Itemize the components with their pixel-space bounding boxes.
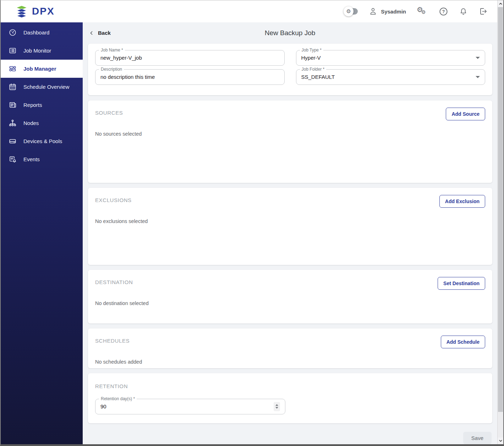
job-info-card: Job Name * Job Type * Hyper-V Descriptio… — [88, 44, 492, 95]
add-schedule-button[interactable]: Add Schedule — [441, 336, 485, 348]
add-source-button[interactable]: Add Source — [446, 108, 485, 120]
job-name-field[interactable]: Job Name * — [95, 50, 285, 66]
job-manager-blocks-icon — [8, 65, 17, 73]
user-name: Sysadmin — [381, 9, 406, 15]
save-row: Save — [83, 432, 497, 444]
job-folder-label: Job Folder * — [300, 67, 327, 72]
save-button[interactable]: Save — [463, 432, 492, 444]
logout-icon[interactable] — [478, 7, 488, 16]
number-stepper[interactable] — [274, 402, 280, 411]
scrollbar-thumb[interactable] — [498, 7, 503, 412]
schedules-card: SCHEDULES Add Schedule No schedules adde… — [88, 328, 492, 368]
job-name-input[interactable] — [100, 55, 279, 61]
scroll-up-chevron-icon — [499, 2, 503, 6]
sidebar-item-label: Nodes — [23, 120, 39, 126]
top-bar: DPX ⚙ Sysadmin ⚙ ⚙ ? — [1, 0, 503, 22]
retention-card: RETENTION Retention day(s) * — [88, 373, 492, 423]
exclusions-empty-text: No exclusions selected — [95, 218, 492, 224]
description-input[interactable] — [100, 74, 279, 80]
chevron-left-icon — [89, 30, 94, 36]
sidebar-item-label: Devices & Pools — [23, 138, 62, 144]
stepper-up-icon[interactable] — [275, 404, 278, 406]
hard-drive-icon — [8, 137, 17, 146]
sidebar-item-label: Dashboard — [23, 29, 49, 36]
sidebar-item-label: Job Manager — [23, 66, 56, 72]
job-type-select[interactable]: Job Type * Hyper-V — [296, 50, 486, 66]
set-destination-button[interactable]: Set Destination — [438, 277, 485, 290]
chevron-down-icon — [476, 57, 480, 59]
events-list-bell-icon — [8, 155, 17, 164]
sidebar-item-dashboard[interactable]: Dashboard — [1, 23, 83, 42]
exclusions-card: EXCLUSIONS Add Exclusion No exclusions s… — [88, 188, 492, 265]
logo-text: DPX — [32, 6, 55, 17]
dashboard-gauge-icon — [8, 28, 17, 37]
scroll-down-chevron-icon — [499, 439, 503, 443]
reports-newspaper-icon — [8, 101, 17, 109]
description-label: Description — [99, 67, 124, 72]
sidebar: Dashboard Job Monitor — [1, 22, 83, 444]
vertical-scrollbar[interactable] — [497, 0, 503, 444]
chevron-down-icon — [476, 76, 480, 78]
destination-section-title: DESTINATION — [95, 277, 133, 285]
sidebar-item-label: Events — [23, 156, 40, 162]
sources-card: SOURCES Add Source No sources selected — [88, 100, 492, 183]
sidebar-item-label: Schedule Overview — [23, 84, 69, 90]
sidebar-item-label: Job Monitor — [23, 48, 51, 54]
sidebar-item-label: Reports — [23, 102, 42, 108]
exclusions-section-title: EXCLUSIONS — [95, 195, 132, 203]
notifications-bell-icon[interactable] — [459, 7, 468, 16]
dpx-stack-icon — [15, 5, 28, 18]
job-type-value: Hyper-V — [301, 55, 321, 61]
scroll-up-button[interactable] — [498, 0, 503, 7]
retention-days-input[interactable] — [100, 403, 242, 409]
top-bar-controls: ⚙ Sysadmin ⚙ ⚙ ? — [344, 6, 488, 17]
description-field[interactable]: Description — [95, 69, 285, 85]
schedules-empty-text: No schedules added — [95, 359, 492, 365]
svg-text:?: ? — [442, 9, 445, 14]
user-icon — [368, 7, 378, 16]
back-label: Back — [98, 30, 111, 36]
sidebar-item-job-manager[interactable]: Job Manager — [1, 60, 83, 78]
gear-small-icon: ⚙ — [421, 9, 426, 15]
page-header: Back New Backup Job — [83, 22, 497, 44]
back-button[interactable]: Back — [89, 30, 111, 36]
calendar-icon — [8, 83, 17, 91]
manage-settings-icon[interactable]: ⚙ ⚙ — [417, 6, 428, 17]
schedules-section-title: SCHEDULES — [95, 336, 130, 344]
add-exclusion-button[interactable]: Add Exclusion — [439, 195, 485, 208]
retention-days-label: Retention day(s) * — [99, 396, 137, 401]
scroll-down-button[interactable] — [498, 437, 503, 444]
sidebar-item-events[interactable]: Events — [1, 150, 83, 168]
retention-section-title: RETENTION — [95, 381, 485, 389]
app-window: DPX ⚙ Sysadmin ⚙ ⚙ ? — [0, 0, 504, 446]
user-menu[interactable]: Sysadmin — [368, 7, 406, 16]
sources-section-title: SOURCES — [95, 108, 123, 116]
dpx-logo: DPX — [15, 5, 55, 18]
destination-card: DESTINATION Set Destination No destinati… — [88, 270, 492, 323]
page-title: New Backup Job — [83, 29, 497, 37]
destination-empty-text: No destination selected — [95, 300, 492, 306]
nodes-hierarchy-icon — [8, 119, 17, 127]
sidebar-item-devices-pools[interactable]: Devices & Pools — [1, 132, 83, 150]
sidebar-item-schedule-overview[interactable]: Schedule Overview — [1, 78, 83, 96]
sources-empty-text: No sources selected — [95, 131, 492, 137]
gear-icon: ⚙ — [344, 6, 354, 16]
job-type-label: Job Type * — [300, 48, 323, 53]
sidebar-item-reports[interactable]: Reports — [1, 96, 83, 114]
sidebar-item-nodes[interactable]: Nodes — [1, 114, 83, 132]
settings-toggle[interactable]: ⚙ — [344, 6, 358, 16]
help-icon[interactable]: ? — [439, 7, 448, 16]
job-folder-select[interactable]: Job Folder * SS_DEFAULT — [296, 69, 486, 85]
job-monitor-list-icon — [8, 47, 17, 55]
job-folder-value: SS_DEFAULT — [301, 74, 335, 80]
sidebar-item-job-monitor[interactable]: Job Monitor — [1, 42, 83, 60]
stepper-down-icon[interactable] — [275, 407, 278, 409]
main-content: Back New Backup Job Job Name * Job Type … — [83, 22, 503, 444]
retention-days-field[interactable]: Retention day(s) * — [95, 399, 285, 414]
job-name-label: Job Name * — [99, 48, 125, 53]
